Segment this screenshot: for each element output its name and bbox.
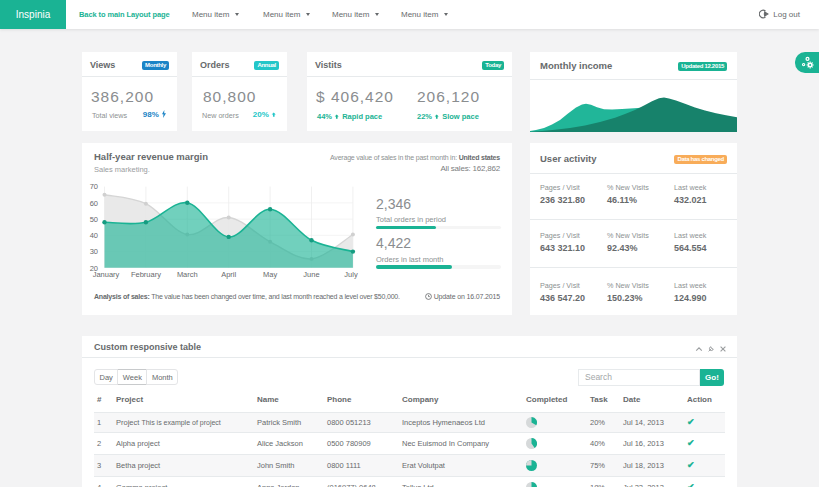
svg-text:60: 60 (90, 199, 98, 208)
svg-text:April: April (221, 270, 236, 279)
svg-text:70: 70 (90, 182, 98, 191)
svg-text:50: 50 (90, 215, 98, 224)
svg-text:March: March (177, 270, 198, 279)
svg-text:June: June (303, 270, 319, 279)
svg-text:30: 30 (90, 247, 98, 256)
svg-text:February: February (131, 270, 161, 279)
svg-text:40: 40 (90, 231, 98, 240)
svg-text:May: May (263, 270, 277, 279)
svg-text:July: July (344, 270, 358, 279)
svg-text:January: January (93, 270, 120, 279)
